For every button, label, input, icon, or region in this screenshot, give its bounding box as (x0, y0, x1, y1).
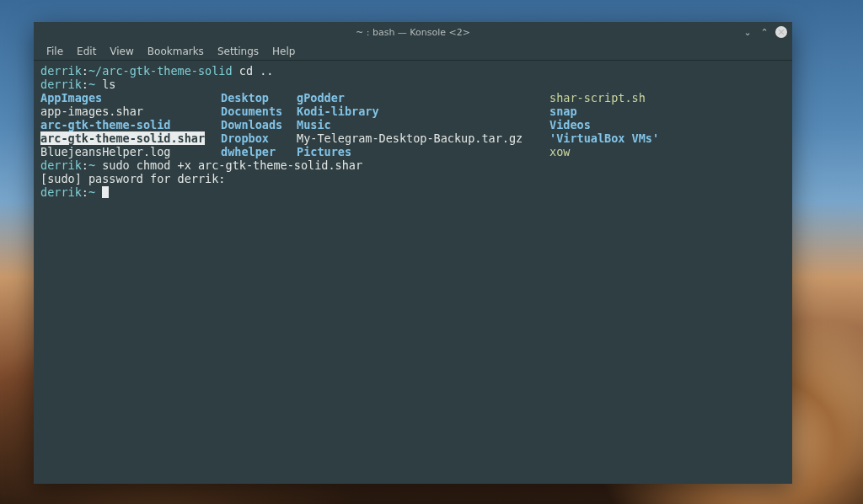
ls-cell: app-images.shar (40, 105, 221, 118)
sudo-prompt: [sudo] password for derrik: (40, 172, 225, 185)
ls-cell: xow (549, 145, 785, 158)
menu-file[interactable]: File (40, 44, 69, 59)
ls-cell: My-Telegram-Desktop-Backup.tar.gz (297, 131, 549, 145)
ls-cell: Desktop (221, 91, 297, 105)
menubar: File Edit View Bookmarks Settings Help (34, 42, 792, 61)
ls-output: AppImagesDesktopgPoddershar-script.shapp… (40, 91, 785, 158)
ls-cell: shar-script.sh (549, 91, 785, 105)
minimize-icon[interactable]: ⌄ (742, 26, 753, 38)
ls-cell: Videos (549, 118, 785, 131)
menu-view[interactable]: View (104, 44, 139, 59)
menu-settings[interactable]: Settings (212, 44, 265, 59)
cursor-block (102, 186, 109, 198)
prompt-user: derrik (40, 158, 82, 172)
prompt-user: derrik (40, 78, 82, 91)
menu-bookmarks[interactable]: Bookmarks (142, 44, 210, 59)
prompt-sep: : (82, 185, 88, 199)
cmd-cd: cd .. (239, 64, 274, 78)
ls-cell: Documents (221, 105, 297, 118)
ls-cell: Downloads (221, 118, 297, 131)
menu-edit[interactable]: Edit (71, 44, 102, 59)
prompt-sep: : (82, 64, 88, 78)
maximize-icon[interactable]: ⌃ (758, 26, 770, 38)
ls-row: app-images.sharDocumentsKodi-librarysnap (40, 105, 785, 118)
ls-row: arc-gtk-theme-solid.sharDropboxMy-Telegr… (40, 131, 785, 145)
titlebar[interactable]: ~ : bash — Konsole <2> ⌄ ⌃ ✕ (34, 22, 792, 42)
ls-row: BluejeansHelper.logdwhelperPicturesxow (40, 145, 785, 158)
prompt-sep: : (82, 78, 88, 91)
ls-cell: BluejeansHelper.log (40, 145, 221, 158)
window-title: ~ : bash — Konsole <2> (34, 27, 792, 38)
ls-row: arc-gtk-theme-solidDownloadsMusicVideos (40, 118, 785, 131)
ls-cell: dwhelper (221, 145, 297, 158)
ls-cell: 'VirtualBox VMs' (549, 131, 785, 145)
ls-cell: Pictures (297, 145, 549, 158)
prompt-sep: : (82, 158, 88, 172)
menu-help[interactable]: Help (266, 44, 301, 59)
konsole-window: ~ : bash — Konsole <2> ⌄ ⌃ ✕ File Edit V… (34, 22, 792, 484)
ls-cell: snap (549, 105, 785, 118)
prompt-path: ~/arc-gtk-theme-solid (88, 64, 233, 78)
prompt-path: ~ (88, 185, 95, 199)
prompt-path: ~ (88, 78, 95, 91)
terminal-viewport[interactable]: derrik:~/arc-gtk-theme-solid cd .. derri… (34, 61, 792, 484)
ls-cell: Kodi-library (297, 105, 549, 118)
prompt-user: derrik (40, 185, 82, 199)
ls-cell: Dropbox (221, 131, 297, 145)
ls-cell: gPodder (297, 91, 549, 105)
close-icon[interactable]: ✕ (775, 26, 787, 38)
prompt-path: ~ (88, 158, 95, 172)
ls-cell: AppImages (40, 91, 221, 105)
window-controls: ⌄ ⌃ ✕ (742, 26, 787, 38)
ls-cell: Music (297, 118, 549, 131)
cmd-ls: ls (102, 78, 115, 91)
ls-cell: arc-gtk-theme-solid.shar (40, 131, 221, 145)
cmd-chmod: sudo chmod +x arc-gtk-theme-solid.shar (102, 158, 362, 172)
ls-row: AppImagesDesktopgPoddershar-script.sh (40, 91, 785, 105)
prompt-user: derrik (40, 64, 82, 78)
ls-cell: arc-gtk-theme-solid (40, 118, 221, 131)
